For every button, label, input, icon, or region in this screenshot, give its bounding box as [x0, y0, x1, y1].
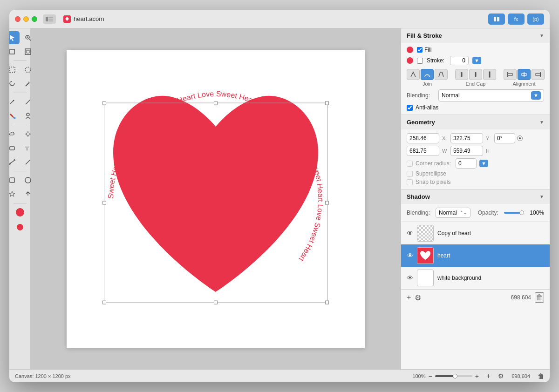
svg-rect-0: [46, 17, 48, 21]
close-button[interactable]: [15, 16, 20, 22]
layer-eye-heart[interactable]: 👁: [407, 252, 413, 259]
zoom-slider-thumb: [453, 374, 457, 378]
align-right[interactable]: [532, 69, 545, 80]
svg-rect-11: [9, 67, 15, 73]
pen-tool[interactable]: [9, 95, 20, 108]
geometry-collapse[interactable]: ▼: [539, 120, 544, 125]
fill-checkbox[interactable]: [417, 47, 423, 53]
x-input[interactable]: [407, 133, 439, 143]
add-layer-status[interactable]: +: [486, 372, 491, 380]
title-bar-right: fx (p): [488, 14, 544, 25]
rect-select-tool[interactable]: [9, 174, 20, 187]
paint-bucket-tool[interactable]: [9, 109, 20, 122]
join-endcap-align-row: Join: [407, 69, 544, 87]
tools-button[interactable]: [488, 14, 505, 25]
layer-item-copy-of-heart[interactable]: 👁 Copy of heart: [401, 222, 550, 244]
black-white-colors[interactable]: [9, 221, 12, 234]
layer-eye-white-bg[interactable]: 👁: [407, 274, 413, 282]
angle-input[interactable]: [494, 133, 515, 143]
svg-point-17: [27, 133, 29, 135]
fill-stroke-header[interactable]: Fill & Stroke ▼: [401, 28, 550, 43]
svg-rect-39: [536, 74, 540, 75]
svg-rect-3: [48, 20, 53, 21]
snap-to-pixels-checkbox[interactable]: [407, 179, 413, 185]
stroke-checkbox[interactable]: [417, 58, 423, 64]
join-miter[interactable]: [407, 69, 420, 80]
h-input[interactable]: [450, 146, 483, 156]
rect-shape-tool[interactable]: [9, 142, 20, 155]
fx-button[interactable]: fx: [508, 14, 525, 25]
svg-point-16: [27, 113, 29, 116]
zoom-plus-icon[interactable]: +: [475, 372, 479, 380]
canvas-area[interactable]: Sweet Heart Love Heart Love Sweet Heart …: [31, 28, 401, 369]
corner-radius-input[interactable]: [456, 158, 477, 169]
secondary-color[interactable]: [13, 221, 27, 234]
add-layer-button[interactable]: +: [407, 293, 411, 302]
sidebar-toggle-button[interactable]: [43, 14, 56, 24]
svg-rect-22: [10, 147, 14, 150]
file-name: heart.acorn: [74, 15, 104, 22]
align-left[interactable]: [504, 69, 517, 80]
stroke-dropdown[interactable]: ▼: [472, 57, 481, 64]
fill-stroke-collapse[interactable]: ▼: [539, 33, 544, 38]
svg-rect-4: [494, 17, 496, 21]
zoom-control: 100% − +: [412, 372, 479, 380]
corner-radius-dropdown[interactable]: ▼: [479, 160, 488, 167]
layer-coordinates: 698,604: [511, 294, 531, 301]
layer-item-heart[interactable]: 👁 heart: [401, 244, 550, 267]
geometry-header[interactable]: Geometry ▼: [401, 115, 550, 129]
settings-icon[interactable]: ⚙: [498, 372, 504, 380]
y-input[interactable]: [450, 133, 483, 143]
svg-rect-10: [10, 49, 14, 54]
svg-rect-1: [48, 17, 53, 18]
shadow-blending-select[interactable]: Normal ⌃⌄: [436, 208, 470, 218]
shadow-header[interactable]: Shadow ▼: [401, 189, 550, 204]
opacity-slider[interactable]: [504, 212, 525, 214]
zoom-level: 100%: [412, 373, 425, 379]
layer-settings-button[interactable]: ⚙: [415, 293, 421, 302]
crop-tool[interactable]: [9, 45, 20, 58]
shadow-collapse[interactable]: ▼: [539, 194, 544, 199]
fill-color-dot[interactable]: [407, 47, 413, 53]
star-tool[interactable]: [9, 188, 20, 201]
corner-radius-checkbox[interactable]: [407, 161, 413, 167]
zoom-minus-icon[interactable]: −: [429, 372, 432, 380]
blending-row: Blending: Normal ▼: [407, 89, 544, 101]
antialias-row: Anti-alias: [407, 104, 544, 111]
cap-round[interactable]: [469, 69, 482, 80]
w-input[interactable]: [407, 146, 439, 156]
endcap-group: End Cap: [455, 69, 496, 87]
join-round[interactable]: [421, 69, 434, 80]
shadow-blending-value: Normal: [439, 210, 457, 216]
stroke-color-dot[interactable]: [407, 57, 413, 64]
foreground-color[interactable]: [13, 206, 27, 219]
delete-layer-button[interactable]: 🗑: [535, 292, 544, 303]
status-bar: Canvas: 1200 × 1200 px 100% − + + ⚙ 698,…: [9, 369, 550, 382]
svg-text:T: T: [25, 145, 29, 152]
align-center[interactable]: [518, 69, 531, 80]
antialias-checkbox[interactable]: [407, 105, 413, 111]
cap-square[interactable]: [483, 69, 496, 80]
zoom-slider[interactable]: [435, 375, 472, 377]
stroke-value-input[interactable]: [450, 56, 469, 65]
trash-icon[interactable]: 🗑: [538, 372, 544, 380]
fill-checkbox-label[interactable]: Fill: [417, 47, 431, 53]
fill-stroke-body: Fill Stroke: ▼: [401, 43, 550, 115]
join-bevel[interactable]: [435, 69, 448, 80]
cloud-shape-tool[interactable]: [9, 128, 20, 141]
cap-butt[interactable]: [455, 69, 468, 80]
layer-item-white-bg[interactable]: 👁 white background: [401, 267, 550, 289]
maximize-button[interactable]: [32, 16, 37, 22]
marquee-rect-tool[interactable]: [9, 63, 20, 76]
lasso-tool[interactable]: [9, 77, 20, 90]
p-button[interactable]: (p): [527, 14, 544, 25]
layer-eye-copy[interactable]: 👁: [407, 230, 413, 237]
minimize-button[interactable]: [23, 16, 29, 22]
select-tool[interactable]: [9, 31, 20, 44]
stroke-label: Stroke:: [427, 57, 444, 64]
blending-select[interactable]: Normal ▼: [438, 89, 544, 101]
svg-line-14: [26, 100, 30, 104]
blending-dropdown[interactable]: ▼: [531, 91, 541, 100]
superellipse-checkbox[interactable]: [407, 171, 413, 177]
bezier-tool[interactable]: [9, 155, 20, 169]
